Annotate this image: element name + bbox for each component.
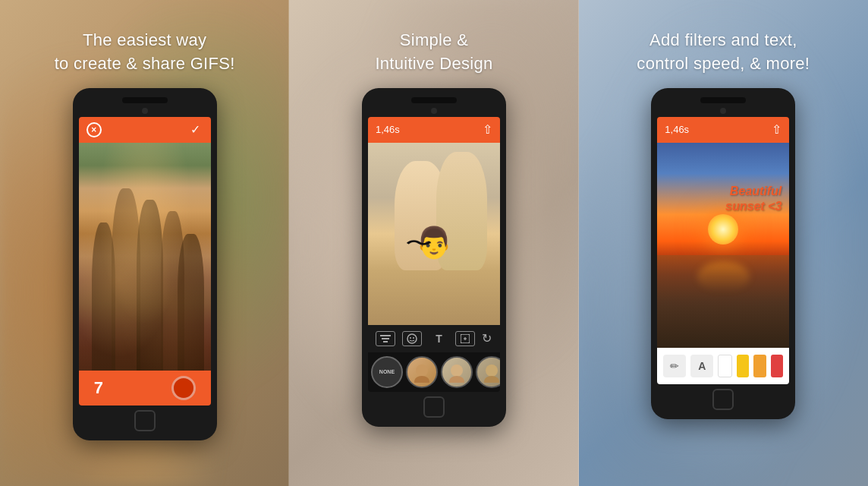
phone-1-container: × ✓ 7 — [73, 88, 217, 486]
refresh-icon[interactable]: ↻ — [482, 331, 492, 346]
phone-1-screen: × ✓ 7 — [79, 117, 211, 406]
separator-1 — [288, 0, 289, 486]
phone-3-home-button[interactable] — [712, 389, 734, 410]
panel-2-title-line2: Intuitive Design — [375, 54, 492, 73]
panel-3-title-line1: Add filters and text, — [649, 30, 797, 49]
svg-point-13 — [486, 364, 498, 377]
share-icon-3[interactable]: ⇧ — [772, 122, 782, 137]
phone-3-camera — [720, 108, 726, 114]
pencil-button[interactable]: ✏ — [663, 355, 686, 377]
share-icon[interactable]: ⇧ — [483, 122, 492, 137]
filter-icon[interactable] — [376, 331, 395, 346]
screen1-top-bar: × ✓ — [79, 117, 211, 143]
screen3-bottom-bar: ✏ A — [657, 348, 789, 384]
panel-3-title: Add filters and text, control speed, & m… — [637, 29, 810, 76]
phone-2-home-button[interactable] — [423, 396, 445, 418]
screen2-top-bar: 1,46s ⇧ — [368, 117, 500, 143]
phone-2-screen: 1,46s ⇧ 👨 〜 — [368, 117, 500, 392]
phone-3-container: 1,46s ⇧ Beautiful sunset <3 — [651, 88, 795, 486]
face-icon[interactable] — [402, 331, 422, 346]
screen1-photo — [79, 143, 211, 371]
svg-point-9 — [416, 364, 428, 377]
phone-3-notch — [700, 97, 746, 103]
svg-rect-2 — [383, 341, 388, 342]
filmstrip-none[interactable]: NONE — [371, 356, 403, 388]
svg-point-3 — [407, 334, 417, 343]
timer-display-3: 1,46s — [665, 124, 689, 135]
svg-rect-0 — [380, 335, 391, 336]
panel-3-title-line2: control speed, & more! — [637, 54, 810, 73]
panel-2-title-line1: Simple & — [400, 30, 468, 49]
filmstrip-item-3[interactable] — [476, 356, 500, 388]
phone-1-camera — [142, 108, 148, 114]
svg-point-4 — [410, 337, 411, 339]
svg-point-5 — [413, 337, 414, 339]
filmstrip-item-2[interactable] — [441, 356, 473, 388]
svg-point-14 — [484, 376, 499, 383]
color-red[interactable] — [771, 355, 784, 377]
screen3-photo: Beautiful sunset <3 — [657, 143, 789, 348]
screen3-top-bar: 1,46s ⇧ — [657, 117, 789, 143]
phone-1-notch — [122, 97, 168, 103]
panel-2-title: Simple & Intuitive Design — [375, 29, 492, 76]
color-yellow[interactable] — [737, 355, 750, 377]
panel-1-title-line2: to create & share GIFS! — [55, 54, 235, 73]
phone-2: 1,46s ⇧ 👨 〜 — [362, 88, 506, 427]
check-button[interactable]: ✓ — [188, 122, 203, 137]
phone-1-home-button[interactable] — [134, 410, 156, 431]
timer-display: 1,46s — [376, 124, 400, 135]
phone-2-camera — [431, 108, 437, 114]
panel-3: Add filters and text, control speed, & m… — [579, 0, 868, 486]
text-icon[interactable]: T — [429, 331, 448, 346]
separator-2 — [578, 0, 579, 486]
color-orange[interactable] — [753, 355, 766, 377]
screen2-toolbar: T ↻ — [368, 325, 500, 352]
sunset-sun — [708, 214, 738, 245]
text-button[interactable]: A — [690, 355, 713, 377]
panel-1-title-line1: The easiest way — [83, 30, 206, 49]
phone-3: 1,46s ⇧ Beautiful sunset <3 — [651, 88, 795, 419]
record-button[interactable] — [171, 376, 196, 400]
filmstrip: NONE — [368, 352, 500, 392]
phone-3-screen: 1,46s ⇧ Beautiful sunset <3 — [657, 117, 789, 384]
sticker-icon[interactable] — [455, 331, 475, 346]
svg-point-10 — [414, 376, 429, 383]
panel-1-title: The easiest way to create & share GIFS! — [55, 29, 235, 76]
svg-rect-1 — [382, 338, 389, 339]
close-button[interactable]: × — [86, 122, 102, 137]
color-white[interactable] — [718, 355, 732, 377]
panel-2: Simple & Intuitive Design 1,46s ⇧ 👨 〜 — [289, 0, 578, 486]
phone-1: × ✓ 7 — [73, 88, 217, 440]
screen2-photo: 👨 〜 — [368, 143, 500, 325]
filmstrip-item-1[interactable] — [406, 356, 438, 388]
phone-2-container: 1,46s ⇧ 👨 〜 — [362, 88, 506, 486]
screen1-bottom-bar: 7 — [79, 371, 211, 406]
svg-point-12 — [449, 376, 464, 383]
svg-point-11 — [451, 364, 463, 377]
phone-2-notch — [411, 97, 457, 103]
frame-counter: 7 — [94, 378, 103, 398]
overlay-text: Beautiful sunset <3 — [725, 184, 782, 216]
panel-1: The easiest way to create & share GIFS! … — [0, 0, 289, 486]
